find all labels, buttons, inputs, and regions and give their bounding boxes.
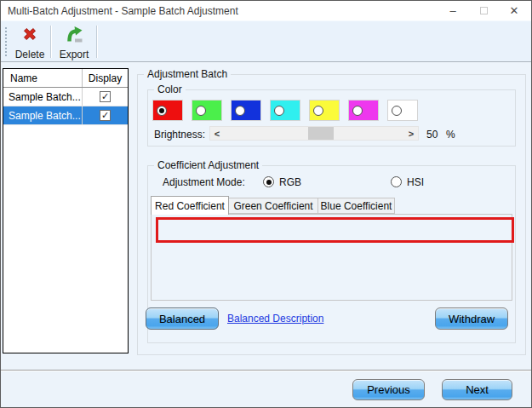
minimize-button[interactable]: –	[438, 1, 468, 20]
rgb-radio[interactable]	[263, 176, 274, 187]
color-swatch-magenta[interactable]	[348, 100, 379, 121]
batch-table: Name Display Sample Batch... ✓ Sample Ba…	[3, 68, 129, 353]
radio-magenta[interactable]	[352, 106, 363, 116]
radio-red[interactable]	[157, 106, 167, 116]
rgb-label: RGB	[279, 176, 301, 188]
slider-right-arrow-icon[interactable]: >	[404, 127, 418, 140]
toolbar: Delete Export	[1, 20, 531, 62]
color-swatch-blue[interactable]	[231, 100, 261, 121]
column-header-display[interactable]: Display	[83, 69, 128, 87]
tab-blue-coefficient[interactable]: Blue Coefficient	[317, 198, 395, 214]
color-swatch-white[interactable]	[387, 100, 418, 121]
brightness-slider[interactable]: < >	[209, 126, 419, 141]
table-header: Name Display	[3, 69, 128, 88]
column-header-name[interactable]: Name	[3, 69, 83, 87]
close-icon: ✕	[510, 4, 519, 17]
maximize-button[interactable]	[468, 1, 499, 20]
window-controls: – ✕	[438, 1, 529, 20]
display-checkbox[interactable]: ✓	[100, 110, 111, 121]
hsi-label: HSI	[407, 176, 424, 188]
hsi-radio[interactable]	[391, 176, 402, 187]
delete-label: Delete	[15, 49, 45, 60]
radio-blue[interactable]	[235, 106, 245, 116]
slider-left-arrow-icon[interactable]: <	[210, 127, 224, 140]
table-row-selected[interactable]: Sample Batch... ✓	[3, 106, 128, 125]
check-icon: ✓	[101, 92, 109, 101]
display-checkbox[interactable]: ✓	[100, 91, 111, 102]
color-swatch-yellow[interactable]	[309, 100, 340, 121]
next-button[interactable]: Next	[442, 379, 512, 400]
radio-green[interactable]	[196, 106, 206, 116]
color-swatch-red[interactable]	[152, 100, 183, 121]
close-button[interactable]: ✕	[499, 1, 529, 20]
delete-button[interactable]: Delete	[10, 24, 49, 60]
color-swatches	[152, 100, 418, 121]
footer-bar: Previous Next	[1, 370, 531, 407]
export-arrow-icon	[64, 24, 84, 48]
radio-yellow[interactable]	[313, 106, 323, 116]
export-label: Export	[60, 49, 89, 60]
color-legend: Color	[154, 83, 186, 95]
batch-name: Sample Batch...	[3, 106, 83, 124]
export-button[interactable]: Export	[54, 24, 94, 60]
window-title: Multi-Batch Adjustment - Sample Batch Ad…	[8, 5, 238, 17]
radio-white[interactable]	[392, 106, 402, 116]
toolbar-separator	[50, 26, 51, 58]
color-swatch-cyan[interactable]	[270, 100, 300, 121]
delete-x-icon	[20, 24, 40, 48]
batch-name: Sample Batch...	[3, 88, 83, 106]
toolbar-grip	[5, 27, 8, 56]
balanced-description-link[interactable]: Balanced Description	[227, 313, 323, 325]
brightness-slider-thumb[interactable]	[308, 127, 334, 140]
balanced-button[interactable]: Balanced	[146, 307, 219, 330]
brightness-unit: %	[446, 129, 455, 141]
previous-button[interactable]: Previous	[352, 379, 425, 400]
minimize-icon: –	[449, 4, 455, 17]
tab-content-pane	[151, 214, 512, 301]
radio-cyan[interactable]	[274, 106, 284, 116]
adjustment-mode-label: Adjustment Mode:	[163, 176, 245, 188]
toolbar-separator	[96, 26, 97, 58]
tab-green-coefficient[interactable]: Green Coefficient	[228, 198, 318, 214]
coefficient-adjustment-legend: Coefficient Adjustment	[154, 159, 262, 171]
table-row[interactable]: Sample Batch... ✓	[3, 88, 128, 106]
tab-red-coefficient[interactable]: Red Coefficient	[151, 196, 229, 215]
brightness-value: 50	[426, 129, 438, 141]
withdraw-button[interactable]: Withdraw	[435, 307, 508, 330]
adjustment-batch-legend: Adjustment Batch	[144, 68, 231, 80]
brightness-label: Brightness:	[154, 129, 205, 141]
maximize-icon	[480, 7, 488, 14]
check-icon: ✓	[101, 111, 109, 120]
color-swatch-green[interactable]	[192, 100, 222, 121]
dialog-window: Multi-Batch Adjustment - Sample Batch Ad…	[0, 0, 532, 408]
title-bar: Multi-Batch Adjustment - Sample Batch Ad…	[1, 1, 531, 20]
